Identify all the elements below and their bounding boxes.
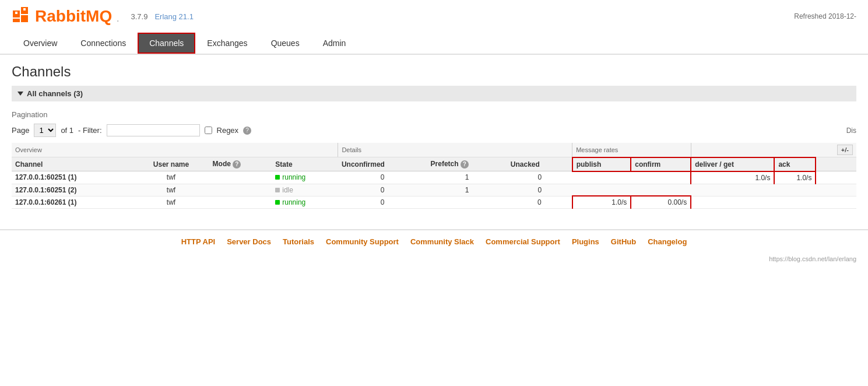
deliver-cell: 1.0/s <box>691 171 774 184</box>
th-prefetch: Prefetch ? <box>427 157 507 171</box>
state-running: running <box>275 173 335 181</box>
unconfirmed-cell: 0 <box>338 196 427 209</box>
pagination-controls: Page 1 of 1 - Filter: Regex ? Dis <box>12 124 856 137</box>
th-channel: Channel <box>12 157 133 171</box>
unconfirmed-cell: 0 <box>338 184 427 196</box>
top-bar: RabbitMQ . 3.7.9 Erlang 21.1 Refreshed 2… <box>0 0 868 33</box>
deliver-cell <box>691 196 774 209</box>
logo-mq: MQ <box>86 7 112 25</box>
dot-green <box>275 200 280 205</box>
confirm-cell <box>631 171 691 184</box>
dot-green <box>275 175 280 180</box>
th-state: State <box>272 157 338 171</box>
group-header-row: Overview Details Message rates +/- <box>12 143 856 157</box>
publish-cell: 1.0/s <box>572 196 631 209</box>
channel-cell: 127.0.0.1:60261 (1) <box>12 196 133 209</box>
footer-plugins[interactable]: Plugins <box>572 237 599 246</box>
channel-link[interactable]: 127.0.0.1:60261 (1) <box>15 198 76 206</box>
logo: RabbitMQ . <box>12 6 119 27</box>
erlang-version: Erlang 21.1 <box>154 12 194 21</box>
publish-cell <box>572 184 631 196</box>
svg-rect-3 <box>21 15 28 22</box>
state-cell: running <box>272 171 338 184</box>
mode-cell <box>209 196 272 209</box>
state-cell: running <box>272 196 338 209</box>
footer-commercial-support[interactable]: Commercial Support <box>486 237 560 246</box>
svg-rect-1 <box>13 19 20 22</box>
channel-cell: 127.0.0.1:60251 (1) <box>12 171 133 184</box>
channel-link[interactable]: 127.0.0.1:60251 (1) <box>15 173 76 181</box>
page-content: Channels All channels (3) Pagination Pag… <box>0 55 868 217</box>
confirm-cell <box>631 184 691 196</box>
username-cell: twf <box>133 196 209 209</box>
collapse-icon <box>17 92 23 96</box>
page-label: Page <box>12 126 29 135</box>
extra-cell <box>816 171 856 184</box>
footer-github[interactable]: GitHub <box>611 237 636 246</box>
nav-connections[interactable]: Connections <box>69 33 138 54</box>
nav-admin[interactable]: Admin <box>311 33 358 54</box>
message-rates-group-header: Message rates <box>572 143 691 157</box>
overview-group-header: Overview <box>12 143 338 157</box>
username-cell: twf <box>133 184 209 196</box>
footer-community-slack[interactable]: Community Slack <box>410 237 474 246</box>
prefetch-cell: 1 <box>427 184 507 196</box>
state-cell: idle <box>272 184 338 196</box>
unacked-cell: 0 <box>507 196 572 209</box>
prefetch-help-badge[interactable]: ? <box>461 160 469 169</box>
th-unacked: Unacked <box>507 157 572 171</box>
nav-overview[interactable]: Overview <box>12 33 69 54</box>
footer: HTTP API Server Docs Tutorials Community… <box>0 229 868 253</box>
page-title: Channels <box>12 64 856 80</box>
plus-minus-button[interactable]: +/- <box>837 145 853 155</box>
nav-channels[interactable]: Channels <box>138 33 195 54</box>
th-unconfirmed: Unconfirmed <box>338 157 427 171</box>
th-empty <box>816 157 856 171</box>
details-group-header: Details <box>338 143 572 157</box>
th-deliver-get: deliver / get <box>691 157 774 171</box>
logo-rabbit: Rabbit <box>35 7 86 25</box>
state-running: running <box>275 198 335 206</box>
regex-checkbox[interactable] <box>205 127 212 134</box>
rates2-group-header <box>691 143 816 157</box>
th-confirm: confirm <box>631 157 691 171</box>
nav-bar: Overview Connections Channels Exchanges … <box>0 33 868 55</box>
channel-cell: 127.0.0.1:60251 (2) <box>12 184 133 196</box>
nav-exchanges[interactable]: Exchanges <box>195 33 259 54</box>
prefetch-cell <box>427 196 507 209</box>
status-bar: https://blog.csdn.net/lan/erlang <box>0 253 868 265</box>
footer-changelog[interactable]: Changelog <box>648 237 687 246</box>
extra-cell <box>816 196 856 209</box>
mode-help-badge[interactable]: ? <box>233 160 241 169</box>
channel-link[interactable]: 127.0.0.1:60251 (2) <box>15 186 76 194</box>
svg-rect-5 <box>23 8 26 10</box>
footer-server-docs[interactable]: Server Docs <box>227 237 271 246</box>
table-row: 127.0.0.1:60261 (1) twf running 0 0 1.0/… <box>12 196 856 209</box>
page-select[interactable]: 1 <box>34 124 56 137</box>
filter-label: - Filter: <box>78 126 101 135</box>
footer-community-support[interactable]: Community Support <box>326 237 399 246</box>
regex-help-badge[interactable]: ? <box>243 127 251 135</box>
logo-brand-text: RabbitMQ . <box>35 7 119 26</box>
ack-cell: 1.0/s <box>774 171 816 184</box>
dis-button[interactable]: Dis <box>846 127 856 135</box>
footer-tutorials[interactable]: Tutorials <box>283 237 314 246</box>
state-idle: idle <box>275 186 335 194</box>
unconfirmed-cell: 0 <box>338 171 427 184</box>
th-username: User name <box>133 157 209 171</box>
publish-cell <box>572 171 631 184</box>
mode-cell <box>209 184 272 196</box>
unacked-cell: 0 <box>507 171 572 184</box>
logo-icon <box>12 6 33 27</box>
version-info: 3.7.9 Erlang 21.1 <box>131 12 193 21</box>
nav-queues[interactable]: Queues <box>259 33 311 54</box>
all-channels-section[interactable]: All channels (3) <box>12 86 856 101</box>
mode-cell <box>209 171 272 184</box>
pagination-section: Pagination Page 1 of 1 - Filter: Regex ?… <box>12 110 856 137</box>
filter-input[interactable] <box>107 124 200 136</box>
th-ack: ack <box>774 157 816 171</box>
deliver-cell <box>691 184 774 196</box>
footer-http-api[interactable]: HTTP API <box>181 237 216 246</box>
pagination-label: Pagination <box>12 110 856 119</box>
ack-cell <box>774 196 816 209</box>
